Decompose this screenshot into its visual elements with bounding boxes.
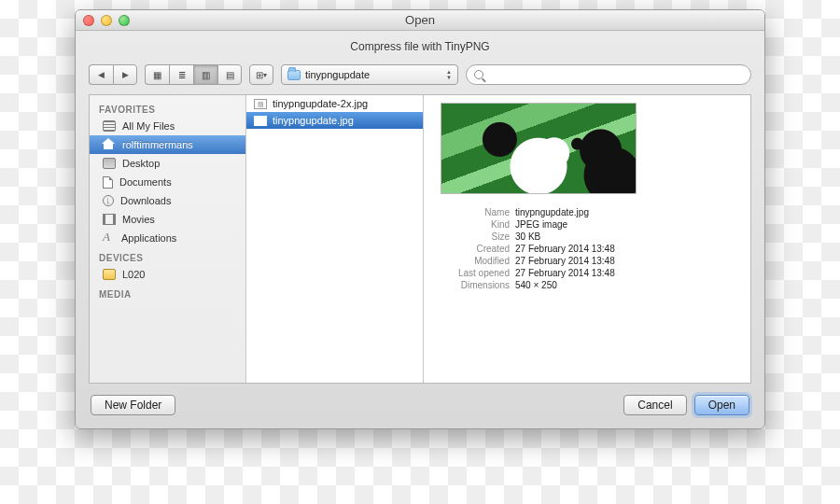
search-input[interactable] — [488, 69, 743, 80]
sidebar-item-documents[interactable]: Documents — [90, 173, 245, 191]
zoom-icon[interactable] — [119, 15, 130, 26]
sidebar-item-all-my-files[interactable]: All My Files — [90, 117, 245, 135]
sidebar-item-label: Movies — [122, 214, 155, 225]
sidebar-heading-favorites: FAVORITES — [90, 99, 245, 117]
meta-value: 27 February 2014 13:48 — [515, 244, 737, 254]
popup-arrows-icon: ▲▼ — [446, 69, 452, 80]
file-name: tinypngupdate-2x.jpg — [273, 98, 368, 109]
applications-icon — [103, 232, 115, 244]
close-icon[interactable] — [83, 15, 94, 26]
preview-pane: Name tinypngupdate.jpg Kind JPEG image S… — [424, 95, 750, 383]
coverflow-view-button[interactable]: ▤ — [217, 64, 242, 85]
path-label: tinypngupdate — [305, 69, 441, 80]
minimize-icon[interactable] — [101, 15, 112, 26]
sidebar-item-disk[interactable]: L020 — [90, 265, 245, 284]
sidebar-item-label: Applications — [121, 232, 176, 244]
coverflow-icon: ▤ — [226, 70, 234, 80]
list-view-button[interactable]: ≣ — [169, 64, 193, 85]
meta-value: 540 × 250 — [515, 280, 737, 290]
sidebar-heading-media: MEDIA — [90, 284, 245, 301]
titlebar[interactable]: Open — [76, 10, 764, 31]
meta-key: Last opened — [441, 268, 515, 278]
browser-body: FAVORITES All My Files rolftimmermans De… — [89, 94, 751, 384]
window-title: Open — [76, 13, 764, 27]
meta-key: Created — [441, 244, 515, 254]
search-field[interactable] — [466, 64, 751, 85]
meta-value: tinypngupdate.jpg — [515, 207, 737, 217]
file-column: ▧ tinypngupdate-2x.jpg ▧ tinypngupdate.j… — [246, 95, 424, 383]
all-files-icon — [103, 120, 116, 132]
sidebar-item-label: All My Files — [122, 120, 175, 132]
sidebar-item-movies[interactable]: Movies — [90, 210, 245, 229]
meta-value: 27 February 2014 13:48 — [515, 268, 737, 278]
file-row[interactable]: ▧ tinypngupdate-2x.jpg — [246, 95, 423, 112]
new-folder-button[interactable]: New Folder — [91, 395, 175, 415]
file-row[interactable]: ▧ tinypngupdate.jpg — [246, 112, 423, 129]
nav-history — [89, 64, 137, 85]
downloads-icon — [103, 195, 114, 206]
preview-thumbnail — [441, 103, 637, 194]
arrange-button[interactable]: ⊞ — [249, 64, 273, 85]
arrange-group: ⊞ — [249, 64, 273, 85]
sidebar-item-label: rolftimmermans — [122, 139, 193, 150]
sidebar-item-label: L020 — [122, 269, 145, 280]
movies-icon — [103, 214, 116, 225]
sidebar: FAVORITES All My Files rolftimmermans De… — [90, 95, 246, 383]
documents-icon — [103, 176, 113, 189]
folder-icon — [287, 70, 301, 80]
grid-icon: ▦ — [153, 70, 161, 80]
file-name: tinypngupdate.jpg — [273, 115, 354, 126]
sidebar-item-label: Downloads — [120, 195, 171, 206]
sidebar-item-home[interactable]: rolftimmermans — [90, 135, 245, 154]
back-button[interactable] — [89, 64, 113, 85]
open-button[interactable]: Open — [694, 395, 749, 415]
meta-value: JPEG image — [515, 219, 737, 230]
preview-metadata: Name tinypngupdate.jpg Kind JPEG image S… — [441, 207, 737, 290]
meta-key: Name — [441, 207, 515, 217]
sidebar-item-label: Desktop — [122, 158, 160, 169]
home-icon — [103, 139, 116, 150]
list-icon: ≣ — [178, 70, 186, 80]
columns-icon: ▥ — [202, 70, 210, 80]
search-icon — [474, 70, 483, 79]
path-popup[interactable]: tinypngupdate ▲▼ — [281, 64, 458, 85]
open-dialog: Open Compress file with TinyPNG ▦ ≣ ▥ ▤ … — [75, 9, 765, 429]
sidebar-item-label: Documents — [119, 176, 172, 188]
meta-key: Kind — [441, 219, 515, 230]
dialog-footer: New Folder Cancel Open — [76, 384, 764, 428]
sidebar-item-downloads[interactable]: Downloads — [90, 191, 245, 210]
column-view-button[interactable]: ▥ — [193, 64, 217, 85]
cancel-button[interactable]: Cancel — [623, 395, 686, 415]
forward-button[interactable] — [113, 64, 137, 85]
view-mode: ▦ ≣ ▥ ▤ — [145, 64, 242, 85]
sidebar-item-desktop[interactable]: Desktop — [90, 154, 245, 173]
sidebar-item-applications[interactable]: Applications — [90, 229, 245, 247]
meta-value: 30 KB — [515, 231, 737, 242]
arrange-icon: ⊞ — [256, 70, 263, 80]
sidebar-heading-devices: DEVICES — [90, 247, 245, 265]
meta-key: Size — [441, 231, 515, 242]
icon-view-button[interactable]: ▦ — [145, 64, 169, 85]
meta-value: 27 February 2014 13:48 — [515, 256, 737, 266]
traffic-lights — [83, 15, 130, 26]
toolbar: ▦ ≣ ▥ ▤ ⊞ tinypngupdate ▲▼ — [76, 61, 764, 94]
image-file-icon: ▧ — [254, 116, 267, 126]
dialog-subtitle: Compress file with TinyPNG — [76, 31, 764, 61]
meta-key: Modified — [441, 256, 515, 266]
image-file-icon: ▧ — [254, 99, 267, 109]
meta-key: Dimensions — [441, 280, 515, 290]
desktop-icon — [103, 158, 116, 169]
disk-icon — [103, 269, 116, 280]
